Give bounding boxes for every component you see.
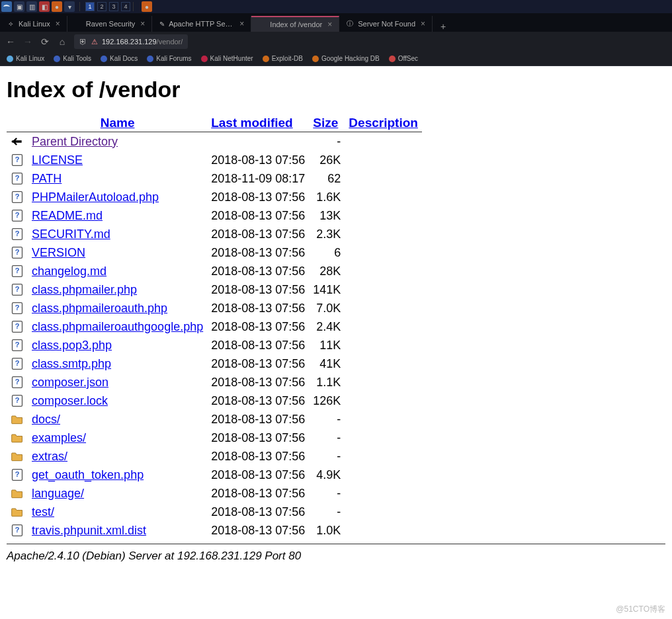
page-title: Index of /vendor (7, 77, 665, 103)
workspace-2[interactable]: 2 (97, 2, 106, 11)
file-link[interactable]: class.phpmaileroauthgoogle.php (32, 320, 203, 333)
file-link[interactable]: SECURITY.md (32, 227, 110, 241)
file-link[interactable]: README.md (32, 209, 103, 222)
file-desc (345, 262, 422, 280)
file-link[interactable]: changelog.md (32, 265, 106, 278)
unknown-icon (11, 153, 24, 167)
file-modified: 2018-08-13 07:56 (207, 410, 309, 429)
workspace-3[interactable]: 3 (109, 2, 118, 11)
browser-tab[interactable]: ⓘServer Not Found× (339, 16, 433, 32)
bookmark-item[interactable]: OffSec (389, 55, 418, 62)
back-button[interactable]: ← (5, 36, 16, 47)
file-size: - (309, 447, 345, 466)
col-size[interactable]: Size (309, 114, 345, 132)
file-modified: 2018-08-13 07:56 (207, 503, 309, 521)
table-row: changelog.md2018-08-13 07:5628K (7, 262, 422, 280)
taskbar-running-firefox-icon[interactable]: ● (142, 1, 152, 12)
file-link[interactable]: VERSION (32, 246, 85, 259)
col-desc[interactable]: Description (345, 114, 422, 132)
tab-label: Raven Security (86, 20, 136, 28)
file-modified: 2018-08-13 07:56 (207, 206, 309, 225)
file-link[interactable]: test/ (32, 505, 54, 518)
bookmark-item[interactable]: Exploit-DB (263, 55, 303, 62)
bookmark-item[interactable]: Kali NetHunter (201, 55, 253, 62)
kali-menu-icon[interactable] (1, 1, 12, 12)
folder-icon (11, 431, 24, 445)
file-desc (345, 484, 422, 503)
table-row: class.phpmaileroauth.php2018-08-13 07:56… (7, 299, 422, 317)
file-link[interactable]: examples/ (32, 431, 86, 444)
workspace-1[interactable]: 1 (85, 2, 95, 11)
taskbar-app-shell-icon[interactable]: ▾ (64, 1, 75, 12)
table-row: get_oauth_token.php2018-08-13 07:564.9K (7, 466, 422, 484)
file-link[interactable]: docs/ (32, 413, 60, 426)
bookmark-item[interactable]: Kali Tools (54, 55, 91, 62)
reload-button[interactable]: ⟳ (40, 36, 50, 47)
unknown-icon (11, 208, 24, 223)
table-row: Parent Directory- (7, 132, 422, 151)
forward-button[interactable]: → (22, 36, 33, 47)
file-link[interactable]: composer.json (32, 376, 108, 389)
bookmark-item[interactable]: Kali Linux (7, 55, 44, 62)
file-link[interactable]: LICENSE (32, 153, 83, 167)
file-size: - (309, 484, 345, 503)
bookmark-item[interactable]: Google Hacking DB (312, 55, 380, 62)
file-modified: 2018-08-13 07:56 (207, 354, 309, 373)
taskbar-app-firefox-icon[interactable]: ● (52, 1, 62, 12)
browser-tab[interactable]: ✎Apache HTTP Server Ver…× (152, 16, 251, 32)
file-link[interactable]: Parent Directory (32, 135, 118, 148)
taskbar-app-terminal-icon[interactable]: ▣ (14, 1, 24, 12)
unknown-icon (11, 190, 24, 204)
file-link[interactable]: class.phpmaileroauth.php (32, 302, 167, 315)
address-bar[interactable]: ⛨ ⚠ 192.168.231.129/vendor/ (74, 34, 188, 49)
browser-tab[interactable]: Raven Security× (67, 16, 153, 32)
tab-close-button[interactable]: × (239, 19, 244, 28)
tracking-shield-icon[interactable]: ⛨ (79, 37, 87, 46)
file-link[interactable]: class.pop3.php (32, 339, 112, 352)
file-link[interactable]: PATH (32, 172, 62, 185)
file-link[interactable]: class.phpmailer.php (32, 283, 137, 296)
tab-close-button[interactable]: × (421, 19, 425, 28)
browser-tab[interactable]: Index of /vendor× (251, 16, 339, 32)
new-tab-button[interactable]: + (435, 21, 451, 32)
taskbar-app-editor-icon[interactable]: ◧ (39, 1, 50, 12)
tab-close-button[interactable]: × (140, 19, 145, 28)
file-size: 2.4K (309, 317, 345, 336)
insecure-lock-icon[interactable]: ⚠ (91, 38, 98, 46)
table-row: PHPMailerAutoload.php2018-08-13 07:561.6… (7, 188, 422, 206)
browser-tab[interactable]: ⟡Kali Linux× (0, 16, 67, 32)
bookmark-item[interactable]: Kali Docs (101, 55, 138, 62)
bookmark-label: Google Hacking DB (321, 55, 380, 62)
file-size: - (309, 132, 345, 151)
col-modified[interactable]: Last modified (207, 114, 309, 132)
bookmark-favicon (7, 56, 13, 62)
file-link[interactable]: get_oauth_token.php (32, 468, 144, 481)
home-button[interactable]: ⌂ (57, 36, 67, 47)
tab-close-button[interactable]: × (56, 19, 60, 28)
col-name[interactable]: Name (28, 114, 207, 132)
kali-taskbar: ▣ ▥ ◧ ● ▾ 1234 ● (0, 0, 672, 13)
unknown-icon (11, 264, 24, 278)
file-link[interactable]: composer.lock (32, 394, 108, 407)
folder-icon (11, 505, 24, 519)
file-link[interactable]: language/ (32, 487, 84, 500)
workspace-4[interactable]: 4 (121, 2, 130, 11)
file-size: 141K (309, 280, 345, 299)
tab-close-button[interactable]: × (327, 20, 332, 29)
table-row: extras/2018-08-13 07:56- (7, 447, 422, 466)
table-row: class.pop3.php2018-08-13 07:5611K (7, 336, 422, 354)
file-link[interactable]: extras/ (32, 450, 67, 463)
folder-icon (11, 449, 24, 464)
taskbar-app-files-icon[interactable]: ▥ (26, 1, 37, 12)
file-size: 1.0K (309, 521, 345, 540)
file-desc (345, 169, 422, 188)
file-link[interactable]: PHPMailerAutoload.php (32, 190, 159, 204)
taskbar-separator-2 (133, 2, 134, 11)
bookmark-item[interactable]: Kali Forums (147, 55, 191, 62)
file-link[interactable]: travis.phpunit.xml.dist (32, 524, 146, 537)
file-size: 62 (309, 169, 345, 188)
file-size: 7.0K (309, 299, 345, 317)
workspace-switcher[interactable]: 1234 (85, 2, 130, 11)
file-link[interactable]: class.smtp.php (32, 357, 111, 370)
file-modified: 2018-08-13 07:56 (207, 447, 309, 466)
